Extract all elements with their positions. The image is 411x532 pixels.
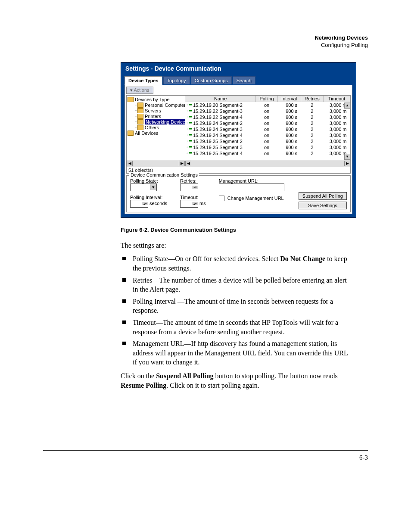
list-item: Retries—The number of times a device wil… <box>121 276 353 294</box>
folder-icon <box>128 131 134 136</box>
tab-topology[interactable]: Topology <box>163 76 190 84</box>
suspend-all-polling-button[interactable]: Suspend All Polling <box>299 192 347 200</box>
polling-state-label: Polling State: <box>130 178 167 184</box>
tree-hscroll[interactable]: ◀ ▶ <box>127 160 185 167</box>
grid-pane: Name Polling Interval Retries Timeout 15… <box>185 96 350 167</box>
segment-icon <box>187 140 192 143</box>
tab-custom-groups[interactable]: Custom Groups <box>191 76 232 84</box>
group-legend: Device Communication Settings <box>129 172 199 177</box>
closing-paragraph: Click on the Suspend All Polling button … <box>121 371 353 390</box>
tree-item-networking-devices[interactable]: ├ Networking Devices <box>134 119 185 124</box>
segment-icon <box>187 103 192 107</box>
tab-bar: Device Types Topology Custom Groups Sear… <box>121 75 356 85</box>
intro-line: The settings are: <box>121 241 353 250</box>
device-comm-settings-group: Device Communication Settings Polling St… <box>126 175 351 212</box>
scroll-left-icon[interactable]: ◀ <box>127 161 133 166</box>
grid-hscroll[interactable]: ◀ ▶ <box>185 160 350 167</box>
retries-label: Retries: <box>180 178 206 184</box>
list-item: Timeout—The amount of time in seconds th… <box>121 318 353 336</box>
app-panel: Actions Devices by Type ├ Personal Compu… <box>125 85 352 214</box>
tree-item-printers[interactable]: ├ Printers <box>134 114 185 119</box>
page-number: 6-3 <box>359 454 368 461</box>
segment-icon <box>187 121 192 125</box>
settings-list: Polling State—On or Off for selected dev… <box>121 254 353 367</box>
actions-menu[interactable]: Actions <box>126 87 153 94</box>
folder-icon <box>128 97 134 102</box>
polling-state-combo[interactable] <box>130 184 157 191</box>
folder-icon <box>137 125 143 130</box>
folder-icon <box>137 108 143 113</box>
table-row[interactable]: 15.29.19.25 Segment-2on900 s23,000 m <box>185 138 350 144</box>
table-row[interactable]: 15.29.19.24 Segment-2on900 s23,000 m <box>185 120 350 126</box>
save-settings-button[interactable]: Save Settings <box>299 202 347 209</box>
col-polling[interactable]: Polling <box>256 96 277 102</box>
col-retries[interactable]: Retries <box>301 96 323 102</box>
header-title: Networking Devices <box>43 34 368 42</box>
col-timeout[interactable]: Timeout <box>324 96 350 102</box>
table-row[interactable]: 15.29.19.24 Segment-3on900 s23,000 m <box>185 126 350 132</box>
polling-interval-unit: seconds <box>149 200 167 205</box>
scroll-right-icon[interactable]: ▶ <box>344 161 350 166</box>
device-table: Name Polling Interval Retries Timeout 15… <box>185 96 350 156</box>
timeout-spinner[interactable] <box>180 200 198 208</box>
tree-item-others[interactable]: └ Others <box>134 125 185 130</box>
table-row[interactable]: 15.29.19.22 Segment-4on900 s23,000 m <box>185 114 350 120</box>
work-area: Devices by Type ├ Personal Computers ├ S… <box>126 95 351 167</box>
segment-icon <box>187 134 192 137</box>
change-mgmt-label: Change Management URL <box>227 196 284 201</box>
col-interval[interactable]: Interval <box>277 96 301 102</box>
table-row[interactable]: 15.29.19.22 Segment-3on900 s23,000 m <box>185 108 350 114</box>
mgmt-url-label: Management URL: <box>219 178 284 184</box>
table-row[interactable]: 15.29.19.25 Segment-3on900 s23,000 m <box>185 144 350 150</box>
window-title: Settings - Device Communication <box>121 62 356 75</box>
timeout-label: Timeout: <box>180 195 206 200</box>
page-header: Networking Devices Configuring Polling <box>43 34 368 49</box>
table-row[interactable]: 15.29.19.24 Segment-4on900 s23,000 m <box>185 132 350 138</box>
folder-icon <box>137 114 143 119</box>
segment-icon <box>187 115 192 119</box>
scroll-right-icon[interactable]: ▶ <box>179 161 185 166</box>
timeout-unit: ms <box>199 200 206 205</box>
table-row[interactable]: 15.29.19.20 Segment-2on900 s23,000 m <box>185 102 350 108</box>
table-row[interactable]: 15.29.19.25 Segment-4on900 s23,000 m <box>185 150 350 156</box>
list-item: Polling State—On or Off for selected dev… <box>121 254 353 273</box>
tree-pane: Devices by Type ├ Personal Computers ├ S… <box>127 96 185 167</box>
change-mgmt-checkbox[interactable] <box>219 196 224 201</box>
segment-icon <box>187 109 192 113</box>
list-item: Polling Interval —The amount of time in … <box>121 297 353 315</box>
body-text: The settings are: Polling State—On or Of… <box>121 241 353 390</box>
tree-root-all-devices[interactable]: All Devices <box>128 131 185 136</box>
settings-window: Settings - Device Communication Device T… <box>121 62 356 218</box>
tab-device-types[interactable]: Device Types <box>125 76 162 85</box>
retries-spinner[interactable] <box>180 184 198 191</box>
mgmt-url-input[interactable] <box>219 184 284 191</box>
segment-icon <box>187 128 192 131</box>
header-subtitle: Configuring Polling <box>43 42 368 49</box>
polling-interval-spinner[interactable] <box>130 200 148 208</box>
segment-icon <box>187 152 192 155</box>
scroll-up-icon[interactable]: ▲ <box>344 103 350 109</box>
tree-root-devices-by-type[interactable]: Devices by Type <box>128 97 185 102</box>
col-name[interactable]: Name <box>185 96 256 102</box>
tree-item-servers[interactable]: ├ Servers <box>134 108 185 113</box>
polling-interval-label: Polling Interval: <box>130 195 167 200</box>
scroll-left-icon[interactable]: ◀ <box>185 161 191 166</box>
tree-item-personal-computers[interactable]: ├ Personal Computers <box>134 103 185 108</box>
list-item: Management URL—If http discovery has fou… <box>121 339 353 367</box>
figure-caption: Figure 6-2. Device Communication Setting… <box>121 227 368 233</box>
segment-icon <box>187 146 192 149</box>
scroll-down-icon[interactable]: ▼ <box>344 154 350 160</box>
tab-search[interactable]: Search <box>233 76 255 84</box>
page-footer: 6-3 <box>43 450 368 461</box>
folder-icon <box>137 103 143 108</box>
folder-icon <box>137 119 143 124</box>
